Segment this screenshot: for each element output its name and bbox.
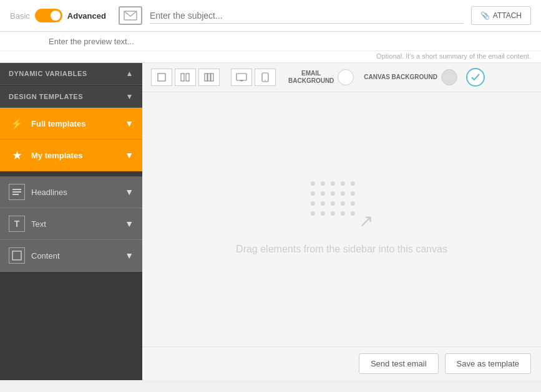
- chevron-down-icon: ▼: [125, 187, 134, 197]
- headlines-button[interactable]: Headlines ▼: [0, 176, 142, 208]
- paperclip-icon: 📎: [480, 11, 490, 20]
- toggle-switch[interactable]: [35, 9, 62, 22]
- drag-icon: ↗: [311, 181, 373, 231]
- canvas-background-control: CANVAS BACKGROUND: [364, 69, 457, 85]
- text-label: Text: [31, 219, 46, 229]
- layout-single-col[interactable]: [151, 69, 172, 86]
- drag-text: Drag elements from the sidebar into this…: [236, 241, 447, 257]
- main-area: DYNAMIC VARIABLES ▲ DESIGN TEMPLATES ▼ ⚡…: [0, 63, 541, 380]
- canvas-footer: Send test email Save as template: [142, 347, 541, 380]
- dynamic-variables-label: DYNAMIC VARIABLES: [9, 70, 87, 77]
- hint-bar: Optional. It's a short summary of the em…: [0, 51, 541, 63]
- layout-three-col[interactable]: [198, 69, 220, 86]
- canvas-area: EMAILBACKGROUND CANVAS BACKGROUND: [142, 63, 541, 380]
- dynamic-variables-header[interactable]: DYNAMIC VARIABLES ▲: [0, 63, 142, 85]
- my-templates-button[interactable]: ★ My templates ▼: [0, 140, 142, 171]
- email-background-label: EMAILBACKGROUND: [288, 70, 334, 85]
- full-templates-button[interactable]: ⚡ Full templates ▼: [0, 108, 142, 140]
- sidebar: DYNAMIC VARIABLES ▲ DESIGN TEMPLATES ▼ ⚡…: [0, 63, 142, 380]
- design-templates-label: DESIGN TEMPLATES: [9, 93, 83, 100]
- chevron-up-icon: ▲: [126, 69, 134, 78]
- email-icon: [119, 6, 142, 25]
- preview-input[interactable]: [49, 37, 298, 46]
- svg-rect-4: [12, 251, 21, 260]
- hint-text: Optional. It's a short summary of the em…: [376, 52, 531, 60]
- lightning-icon: ⚡: [9, 115, 25, 131]
- basic-label: Basic: [10, 11, 30, 21]
- advanced-label: Advanced: [67, 11, 106, 21]
- svg-rect-11: [236, 74, 246, 80]
- subject-input[interactable]: [150, 8, 464, 24]
- desktop-view-btn[interactable]: [231, 69, 252, 86]
- chevron-down-icon: ▼: [125, 118, 134, 128]
- content-button[interactable]: Content ▼: [0, 240, 142, 272]
- chevron-down-icon: ▼: [125, 251, 134, 261]
- text-icon: T: [9, 216, 25, 232]
- confirm-button[interactable]: [466, 68, 485, 87]
- send-test-button[interactable]: Send test email: [359, 353, 439, 374]
- canvas-bg-color-picker[interactable]: [441, 69, 457, 85]
- drag-hint: Drag elements from the sidebar into this…: [236, 244, 447, 254]
- chevron-down-icon: ▼: [125, 150, 134, 160]
- svg-rect-6: [181, 74, 184, 81]
- svg-rect-3: [12, 194, 19, 195]
- canvas-toolbar: EMAILBACKGROUND CANVAS BACKGROUND: [142, 63, 541, 92]
- svg-point-15: [265, 80, 266, 81]
- headlines-icon: [9, 184, 25, 200]
- text-button[interactable]: T Text ▼: [0, 208, 142, 240]
- svg-rect-10: [211, 74, 213, 81]
- svg-rect-9: [208, 74, 210, 81]
- chevron-down-icon: ▼: [126, 92, 134, 101]
- svg-rect-7: [186, 74, 189, 81]
- cursor-icon: ↗: [359, 211, 373, 231]
- attach-button[interactable]: 📎 ATTACH: [471, 6, 531, 25]
- my-templates-label: My templates: [31, 151, 82, 160]
- save-template-button[interactable]: Save as template: [445, 353, 531, 374]
- layout-two-col[interactable]: [175, 69, 196, 86]
- content-label: Content: [31, 251, 60, 261]
- svg-rect-2: [12, 191, 21, 193]
- star-icon: ★: [9, 147, 25, 163]
- svg-rect-1: [12, 189, 21, 190]
- toggle-group: Basic Advanced: [10, 9, 106, 22]
- preview-bar: [0, 32, 541, 51]
- svg-rect-8: [205, 74, 207, 81]
- attach-label: ATTACH: [493, 11, 522, 20]
- top-bar: Basic Advanced 📎 ATTACH: [0, 0, 541, 32]
- design-templates-header[interactable]: DESIGN TEMPLATES ▼: [0, 86, 142, 108]
- email-background-control: EMAILBACKGROUND: [288, 69, 354, 85]
- svg-rect-5: [158, 74, 165, 81]
- mobile-view-btn[interactable]: [255, 69, 276, 86]
- content-icon: [9, 247, 25, 264]
- email-bg-color-picker[interactable]: [338, 69, 354, 85]
- canvas-body: ↗ Drag elements from the sidebar into th…: [142, 92, 541, 347]
- headlines-label: Headlines: [31, 188, 67, 197]
- chevron-down-icon: ▼: [125, 219, 134, 229]
- canvas-background-label: CANVAS BACKGROUND: [364, 74, 437, 81]
- full-templates-label: Full templates: [31, 119, 85, 128]
